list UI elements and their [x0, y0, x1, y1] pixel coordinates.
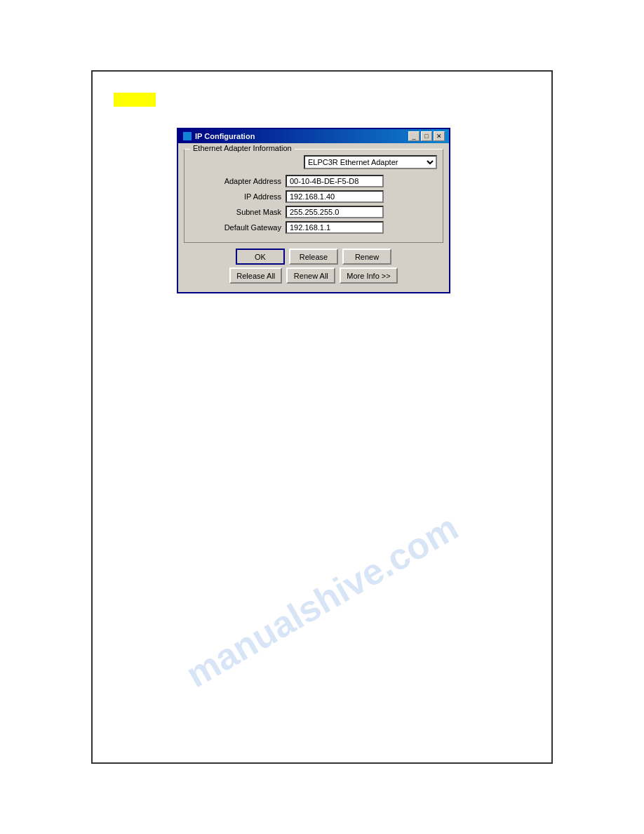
button-row-1: OK Release Renew — [184, 249, 443, 265]
dialog-container: IP Configuration _ □ ✕ Ethernet Adapter … — [177, 128, 450, 293]
ip-address-row: IP Address 192.168.1.40 — [190, 190, 437, 203]
dialog-title: IP Configuration — [195, 132, 255, 140]
release-button[interactable]: Release — [289, 249, 338, 265]
ip-configuration-dialog: IP Configuration _ □ ✕ Ethernet Adapter … — [177, 128, 450, 293]
groupbox-label: Ethernet Adapter Information — [190, 144, 295, 152]
titlebar-controls: _ □ ✕ — [408, 131, 445, 141]
adapter-address-label: Adapter Address — [190, 177, 281, 185]
more-info-button[interactable]: More Info >> — [340, 267, 397, 284]
adapter-select[interactable]: ELPC3R Ethernet Adapter — [304, 155, 437, 169]
close-button[interactable]: ✕ — [434, 131, 445, 141]
subnet-mask-row: Subnet Mask 255.255.255.0 — [190, 206, 437, 218]
watermark: manualshive.com — [179, 506, 465, 696]
adapter-select-wrapper[interactable]: ELPC3R Ethernet Adapter — [304, 155, 437, 169]
dialog-titlebar: IP Configuration _ □ ✕ — [178, 129, 449, 143]
dialog-body: Ethernet Adapter Information ELPC3R Ethe… — [178, 143, 449, 292]
renew-button[interactable]: Renew — [342, 249, 391, 265]
adapter-dropdown-row: ELPC3R Ethernet Adapter — [190, 155, 437, 169]
minimize-button[interactable]: _ — [408, 131, 420, 141]
maximize-button[interactable]: □ — [421, 131, 432, 141]
adapter-address-value: 00-10-4B-DE-F5-D8 — [286, 175, 384, 187]
subnet-mask-label: Subnet Mask — [190, 208, 281, 216]
default-gateway-value: 192.168.1.1 — [286, 221, 384, 234]
default-gateway-row: Default Gateway 192.168.1.1 — [190, 221, 437, 234]
ok-button[interactable]: OK — [236, 249, 285, 265]
ip-address-value: 192.168.1.40 — [286, 190, 384, 203]
dialog-icon — [182, 131, 192, 141]
default-gateway-label: Default Gateway — [190, 223, 281, 232]
yellow-highlight — [114, 93, 156, 107]
page-border: IP Configuration _ □ ✕ Ethernet Adapter … — [91, 70, 553, 764]
ip-address-label: IP Address — [190, 192, 281, 201]
subnet-mask-value: 255.255.255.0 — [286, 206, 384, 218]
adapter-address-row: Adapter Address 00-10-4B-DE-F5-D8 — [190, 175, 437, 187]
release-all-button[interactable]: Release All — [229, 267, 282, 284]
adapter-groupbox: Ethernet Adapter Information ELPC3R Ethe… — [184, 149, 443, 243]
button-row-2: Release All Renew All More Info >> — [184, 267, 443, 284]
renew-all-button[interactable]: Renew All — [286, 267, 335, 284]
titlebar-title-group: IP Configuration — [182, 131, 255, 141]
